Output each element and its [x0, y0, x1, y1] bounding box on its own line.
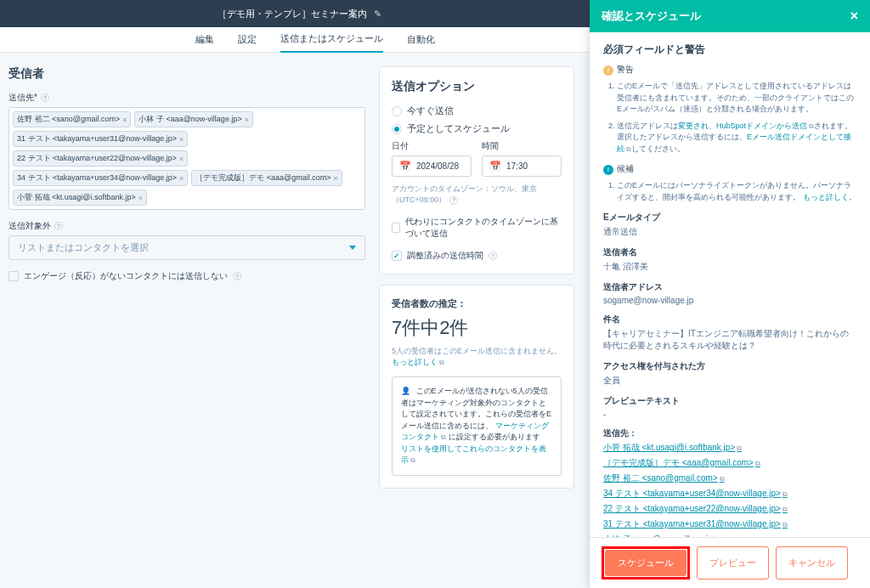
learn-more-link[interactable]: もっと詳しく。	[803, 193, 856, 201]
estimate-info-box: 👤 このEメールが送信されない5人の受信者はマーケティング対象外のコンタクトとし…	[392, 376, 562, 476]
edit-icon[interactable]: ✎	[374, 8, 381, 20]
sender-name-value: 十亀 沼澤美	[603, 261, 856, 273]
remove-icon[interactable]: ×	[245, 116, 249, 124]
estimate-heading: 受信者数の推定：	[392, 297, 562, 310]
highlight-annotation: スケジュール	[602, 546, 690, 580]
adjusted-checkbox[interactable]	[392, 251, 402, 261]
tab-send[interactable]: 送信またはスケジュール	[280, 27, 383, 53]
date-input[interactable]: 📅2024/08/28	[392, 155, 472, 177]
estimate-count: 7件中2件	[392, 315, 562, 341]
warning-item: 送信元アドレスは変更され、HubSpotドメインから送信⧉されます。選択したアド…	[617, 121, 856, 155]
remove-icon[interactable]: ×	[179, 135, 184, 144]
sender-name-label: 送信者名	[603, 246, 856, 258]
info-label: 候補	[617, 164, 634, 173]
cancel-button[interactable]: キャンセル	[776, 546, 848, 580]
send-to-input[interactable]: 佐野 裕二 <sano@gmail.com>× 小林 子 <aaa@now-vi…	[8, 107, 365, 210]
review-panel: 確認とスケジュール × 必須フィールドと警告 !警告 このEメールで「送信先」ア…	[590, 0, 870, 588]
info-item: このEメールにはパーソナライズトークンがありません。パーソナライズすると、開封率…	[617, 180, 856, 203]
recipient-pill[interactable]: 22 テスト <takayama+user22@now-village.jp>×	[13, 150, 188, 167]
recipient-link[interactable]: ［デモ完成版］デモ <aaa@gmail.com>⧉	[603, 457, 856, 469]
panel-title: 確認とスケジュール	[602, 8, 701, 24]
person-icon: 👤	[401, 387, 410, 395]
recipient-pill[interactable]: 佐野 裕二 <sano@gmail.com>×	[13, 111, 131, 127]
sender-address-label: 送信者アドレス	[603, 281, 856, 293]
chevron-down-icon	[349, 246, 356, 250]
send-to-label: 送信先*	[8, 92, 37, 104]
recipient-link[interactable]: 34 テスト <takayama+user34@now-village.jp>⧉	[603, 488, 856, 500]
panel-footer: スケジュール プレビュー キャンセル	[590, 537, 870, 588]
send-options-card: 送信オプション 今すぐ送信 予定としてスケジュール 日付 📅2024/08/28…	[379, 66, 574, 274]
remove-icon[interactable]: ×	[333, 174, 337, 183]
tab-settings[interactable]: 設定	[238, 27, 257, 53]
info-icon: i	[603, 165, 613, 175]
tab-edit[interactable]: 編集	[195, 27, 214, 53]
date-label: 日付	[392, 140, 472, 152]
timezone-text: アカウントのタイムゾーン：ソウル、東京（UTC+09:00）?	[392, 184, 562, 206]
help-icon[interactable]: ?	[449, 196, 458, 205]
email-type-value: 通常送信	[603, 226, 856, 238]
recipient-pill[interactable]: 小菅 拓哉 <kt.usagi@i.softbank.jp>×	[13, 189, 147, 206]
page-title: ［デモ用・テンプレ］セミナー案内	[218, 8, 367, 20]
sender-address-value: sogame@now-village.jp	[603, 296, 856, 305]
radio-send-now[interactable]	[392, 106, 402, 116]
radio-schedule[interactable]	[392, 124, 402, 134]
view-list-link[interactable]: リストを使用してこれらのコンタクトを表示	[401, 444, 546, 465]
close-icon[interactable]: ×	[850, 8, 858, 24]
domain-link[interactable]: 変更され、HubSpotドメインから送信	[678, 122, 807, 130]
recipient-pill[interactable]: 31 テスト <takayama+user31@now-village.jp>×	[13, 131, 188, 147]
learn-more-link[interactable]: もっと詳しく	[392, 358, 438, 366]
access-value: 全員	[603, 375, 856, 387]
engage-checkbox[interactable]	[8, 271, 19, 281]
access-label: アクセス権を付与された方	[603, 360, 856, 372]
subject-label: 件名	[603, 314, 856, 325]
remove-icon[interactable]: ×	[179, 174, 184, 183]
tz-checkbox[interactable]	[392, 223, 400, 233]
recipient-link[interactable]: 31 テスト <takayama+user31@now-village.jp>⧉	[603, 518, 856, 530]
external-icon: ⧉	[410, 456, 415, 464]
time-label: 時間	[482, 140, 562, 152]
preview-label: プレビューテキスト	[603, 395, 856, 407]
required-fields-heading: 必須フィールドと警告	[603, 42, 856, 57]
engage-label: エンゲージ（反応）がないコンタクトには送信しない	[24, 270, 228, 282]
recipient-link[interactable]: 22 テスト <takayama+user22@now-village.jp>⧉	[603, 503, 856, 515]
time-input[interactable]: 📅17:30	[482, 155, 562, 177]
external-icon: ⧉	[441, 433, 446, 441]
recipient-link[interactable]: 小菅 拓哉 <kt.usagi@i.softbank.jp>⧉	[603, 442, 856, 454]
estimate-card: 受信者数の推定： 7件中2件 5人の受信者はこのEメール送信に含まれません。 も…	[379, 285, 574, 489]
recipient-pill[interactable]: ［デモ完成版］デモ <aaa@gmail.com>×	[191, 170, 342, 186]
help-icon[interactable]: ?	[489, 252, 497, 260]
warning-icon: !	[603, 65, 613, 76]
recipients-label: 送信先：	[603, 427, 856, 439]
external-icon: ⧉	[439, 359, 444, 366]
calendar-icon: 📅	[399, 161, 411, 172]
help-icon[interactable]: ?	[233, 272, 241, 280]
preview-button[interactable]: プレビュー	[697, 546, 769, 580]
help-icon[interactable]: ?	[41, 93, 49, 102]
remove-icon[interactable]: ×	[122, 116, 127, 124]
tab-automation[interactable]: 自動化	[407, 27, 435, 53]
warning-label: 警告	[617, 65, 634, 74]
email-type-label: Eメールタイプ	[603, 212, 856, 223]
preview-value: -	[603, 410, 856, 419]
remove-icon[interactable]: ×	[138, 194, 143, 202]
calendar-icon: 📅	[489, 161, 501, 172]
recipient-pill[interactable]: 小林 子 <aaa@now-village.jp>×	[134, 111, 252, 127]
recipients-heading: 受信者	[8, 66, 365, 82]
help-icon[interactable]: ?	[54, 222, 63, 230]
warning-item: このEメールで「送信先」アドレスとして使用されているアドレスは受信者にも含まれて…	[617, 81, 856, 116]
remove-icon[interactable]: ×	[179, 155, 184, 163]
subject-value: 【キャリアセミナー】ITエンジニア転職希望者向け！これからの時代に必要とされるス…	[603, 328, 856, 352]
estimate-notice: 5人の受信者はこのEメール送信に含まれません。 もっと詳しく⧉	[392, 346, 562, 368]
recipient-pill[interactable]: 34 テスト <takayama+user34@now-village.jp>×	[13, 170, 188, 186]
recipient-link[interactable]: 佐野 裕二 <sano@gmail.com>⧉	[603, 472, 856, 484]
schedule-button[interactable]: スケジュール	[605, 550, 686, 576]
exclude-label: 送信対象外	[8, 220, 51, 232]
options-heading: 送信オプション	[392, 79, 562, 94]
exclude-select[interactable]: リストまたはコンタクトを選択	[8, 235, 365, 260]
